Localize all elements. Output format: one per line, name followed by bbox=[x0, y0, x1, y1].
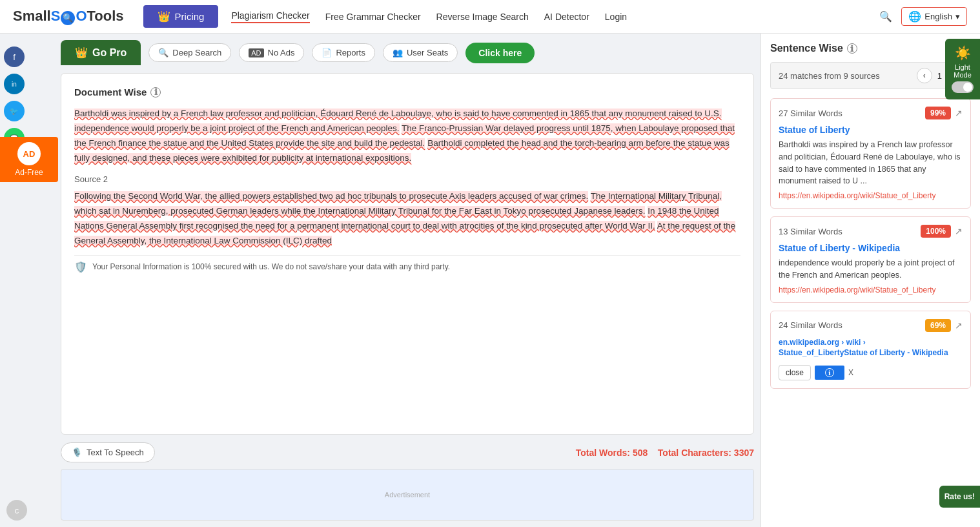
nav-grammar-checker[interactable]: Free Grammar Checker bbox=[325, 12, 421, 22]
source-2-similar-words: 13 Similar Words bbox=[779, 227, 842, 236]
light-label: Light bbox=[949, 63, 976, 71]
source-1-similar-words: 27 Similar Words bbox=[779, 108, 842, 118]
logo: SmallS🔍OTools bbox=[13, 8, 124, 25]
twitter-button[interactable]: 🐦 bbox=[4, 101, 25, 121]
ad-label: AD bbox=[23, 149, 36, 159]
reports-label: Reports bbox=[336, 48, 365, 57]
chevron-down-icon: ▾ bbox=[955, 12, 960, 21]
right-panel: Sentence Wise ℹ 24 matches from 9 source… bbox=[761, 34, 980, 527]
toggle-switch[interactable] bbox=[952, 81, 974, 93]
source-1-pct-badge: 99% bbox=[925, 107, 951, 119]
logo-tools: Tools bbox=[87, 8, 124, 24]
content-paragraph-2: Following the Second World War, the alli… bbox=[74, 189, 740, 249]
ad-icon: AD bbox=[17, 142, 41, 165]
mode-label: Mode bbox=[949, 71, 976, 79]
source-2-pct-badge: 100% bbox=[921, 225, 951, 238]
logo-seo2: O bbox=[76, 8, 87, 24]
source-3-breadcrumb[interactable]: en.wikipedia.org › wiki › Statue_of_Libe… bbox=[779, 337, 963, 359]
reports-button[interactable]: 📄 Reports bbox=[312, 43, 375, 62]
go-pro-label: Go Pro bbox=[92, 47, 127, 59]
light-mode-toggle[interactable]: ☀️ Light Mode bbox=[945, 39, 980, 99]
close-button[interactable]: close bbox=[779, 365, 811, 380]
tts-label: Text To Speech bbox=[87, 448, 144, 457]
document-panel: Document Wise ℹ Bartholdi was inspired b… bbox=[61, 73, 754, 435]
source-2-ext-link[interactable]: ↗ bbox=[955, 226, 963, 236]
sentence-wise-info-icon: ℹ bbox=[847, 43, 857, 54]
source-3-title: en.wikipedia.org › wiki › bbox=[779, 338, 866, 347]
source-card-3: 24 Similar Words 69% ↗ en.wikipedia.org … bbox=[770, 311, 971, 389]
go-pro-bar: 👑 Go Pro 🔍 Deep Search AD No Ads 📄 Repor… bbox=[61, 40, 754, 65]
user-seats-icon: 👥 bbox=[393, 48, 403, 57]
language-label: English bbox=[924, 12, 952, 21]
user-seats-label: User Seats bbox=[407, 48, 448, 57]
source-2-url[interactable]: https://en.wikipedia.org/wiki/Statue_of_… bbox=[779, 285, 963, 294]
tooltip-bar: ℹ bbox=[815, 366, 844, 380]
total-words-value: 508 bbox=[633, 448, 648, 458]
source-card-3-header: 24 Similar Words 69% ↗ bbox=[779, 319, 963, 332]
source-3-subtitle: Statue_of_LibertyStatue of Liberty - Wik… bbox=[779, 348, 948, 357]
language-selector[interactable]: 🌐 English ▾ bbox=[901, 7, 967, 26]
deep-search-label: Deep Search bbox=[172, 48, 221, 57]
rate-us-button[interactable]: Rate us! bbox=[939, 486, 980, 508]
nav-login[interactable]: Login bbox=[605, 12, 627, 22]
document-content: Bartholdi was inspired by a French law p… bbox=[74, 107, 740, 249]
deep-search-icon: 🔍 bbox=[158, 48, 168, 57]
total-words-label: Total Words: bbox=[576, 448, 630, 458]
close-x-button[interactable]: X bbox=[848, 368, 853, 377]
ad-free-label: Ad-Free bbox=[4, 168, 54, 177]
document-title: Document Wise ℹ bbox=[74, 87, 740, 98]
prev-page-button[interactable]: ‹ bbox=[917, 68, 932, 83]
social-sidebar: f in 🐦 💬 bbox=[0, 34, 28, 527]
source-2-label: Source 2 bbox=[74, 172, 740, 187]
ad-free-banner[interactable]: AD Ad-Free bbox=[0, 137, 58, 182]
word-count-area: Total Words: 508 Total Characters: 3307 bbox=[576, 448, 754, 458]
source-3-ext-link[interactable]: ↗ bbox=[955, 320, 963, 331]
header: SmallS🔍OTools 👑 Pricing Plagiarism Check… bbox=[0, 0, 980, 34]
source-card-1-header: 27 Similar Words 99% ↗ bbox=[779, 107, 963, 119]
nav-plagiarism-checker[interactable]: Plagiarism Checker bbox=[231, 10, 309, 23]
globe-icon: 🌐 bbox=[908, 10, 921, 23]
click-here-button[interactable]: Click here bbox=[465, 43, 535, 63]
source-card-1: 27 Similar Words 99% ↗ Statue of Liberty… bbox=[770, 98, 971, 209]
ad-banner: Advertisement bbox=[61, 469, 754, 521]
nav-ai-detector[interactable]: AI Detector bbox=[544, 12, 589, 22]
source-2-title[interactable]: Statue of Liberty - Wikipedia bbox=[779, 243, 963, 253]
no-ads-button[interactable]: AD No Ads bbox=[239, 43, 304, 62]
content-paragraph-1: Bartholdi was inspired by a French law p… bbox=[74, 107, 740, 166]
mic-icon: 🎙️ bbox=[72, 448, 82, 457]
search-icon[interactable]: 🔍 bbox=[879, 10, 892, 23]
source-1-ext-link[interactable]: ↗ bbox=[955, 108, 963, 118]
toggle-knob bbox=[963, 83, 972, 92]
shield-icon: 🛡️ bbox=[74, 261, 87, 273]
page-number: 1 bbox=[937, 71, 942, 81]
nav-reverse-image[interactable]: Reverse Image Search bbox=[436, 12, 529, 22]
go-pro-button[interactable]: 👑 Go Pro bbox=[61, 40, 141, 65]
text-to-speech-button[interactable]: 🎙️ Text To Speech bbox=[61, 442, 155, 462]
source-3-pct-badge: 69% bbox=[925, 319, 951, 332]
source-1-url[interactable]: https://en.wikipedia.org/wiki/Statue_of_… bbox=[779, 191, 963, 200]
linkedin-button[interactable]: in bbox=[4, 74, 25, 94]
logo-seo: S🔍 bbox=[51, 8, 76, 24]
logo-small: Small bbox=[13, 8, 51, 24]
security-text: Your Personal Information is 100% secure… bbox=[92, 262, 450, 271]
total-chars-label: Total Characters: bbox=[658, 448, 731, 458]
source-card-2-header: 13 Similar Words 100% ↗ bbox=[779, 225, 963, 238]
main-nav: Plagiarism Checker Free Grammar Checker … bbox=[231, 10, 879, 23]
user-seats-button[interactable]: 👥 User Seats bbox=[383, 43, 458, 62]
highlighted-text-4: Following the Second World War, the alli… bbox=[74, 191, 588, 201]
content-area: 👑 Go Pro 🔍 Deep Search AD No Ads 📄 Repor… bbox=[28, 34, 761, 527]
no-ads-label: No Ads bbox=[268, 48, 295, 57]
ad-placeholder: Advertisement bbox=[385, 491, 430, 499]
sun-icon: ☀️ bbox=[949, 45, 976, 61]
facebook-button[interactable]: f bbox=[4, 46, 25, 67]
info-icon: ℹ bbox=[150, 87, 161, 98]
total-chars-value: 3307 bbox=[734, 448, 754, 458]
bottom-bar: 🎙️ Text To Speech Total Words: 508 Total… bbox=[61, 435, 754, 462]
pricing-button[interactable]: 👑 Pricing bbox=[143, 5, 219, 28]
header-right: 🔍 🌐 English ▾ bbox=[879, 7, 967, 26]
no-ads-icon: AD bbox=[249, 48, 263, 57]
source-1-title[interactable]: Statue of Liberty bbox=[779, 125, 963, 135]
matches-text: 24 matches from 9 sources bbox=[779, 71, 880, 81]
deep-search-button[interactable]: 🔍 Deep Search bbox=[148, 43, 231, 62]
feedback-button[interactable]: c bbox=[6, 500, 27, 521]
